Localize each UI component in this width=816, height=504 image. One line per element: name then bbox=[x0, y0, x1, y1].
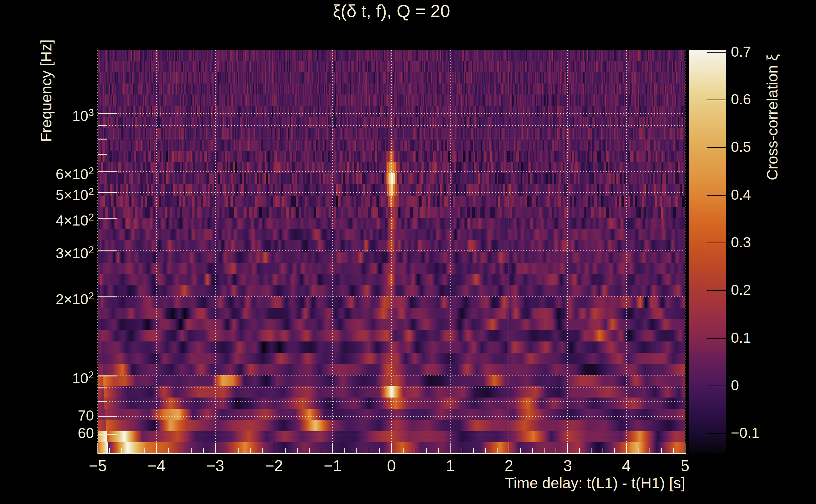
colorbar-tick-label: 0.4 bbox=[731, 187, 751, 202]
colorbar-tick-label: 0.2 bbox=[731, 283, 751, 297]
y-tick-label: 6×102 bbox=[18, 163, 94, 181]
colorbar-tickmark bbox=[707, 338, 726, 339]
x-tickmark-minor bbox=[227, 448, 227, 454]
x-tickmark-minor bbox=[250, 448, 251, 454]
y-tick-label: 3×102 bbox=[18, 243, 94, 261]
y-tickmark bbox=[98, 416, 117, 417]
x-tickmark-major bbox=[450, 443, 451, 454]
x-tick-label: −5 bbox=[79, 458, 117, 474]
colorbar bbox=[689, 50, 726, 454]
x-tickmark-major bbox=[391, 443, 392, 454]
x-tickmark-major bbox=[332, 443, 333, 454]
x-tick-label: 0 bbox=[373, 458, 411, 474]
x-tickmark-major bbox=[97, 443, 98, 454]
y-tick-label: 4×102 bbox=[18, 210, 94, 228]
colorbar-tickmark bbox=[707, 147, 726, 148]
x-tickmark-minor bbox=[673, 448, 674, 454]
colorbar-tick-label: 0.6 bbox=[731, 92, 751, 106]
y-tick-exponent: 2 bbox=[88, 211, 94, 223]
y-tickmark bbox=[98, 171, 117, 172]
x-tickmark-minor bbox=[180, 448, 180, 454]
x-tickmark-major bbox=[567, 443, 568, 454]
y-tickmark bbox=[98, 192, 117, 193]
x-tickmark-minor bbox=[309, 448, 310, 454]
x-tickmark-minor bbox=[485, 448, 486, 454]
x-tickmark-minor bbox=[650, 448, 650, 454]
x-tickmark-major bbox=[685, 443, 686, 454]
y-tick-mantissa: 3×10 bbox=[56, 245, 89, 261]
x-tick-label: 3 bbox=[549, 458, 586, 474]
y-tick-mantissa: 60 bbox=[78, 425, 94, 441]
x-tickmark-minor bbox=[579, 448, 580, 454]
y-tick-label: 5×102 bbox=[18, 184, 94, 202]
colorbar-tick-label: −0.1 bbox=[731, 426, 760, 440]
y-tick-mantissa: 2×10 bbox=[56, 291, 89, 308]
x-tickmark-minor bbox=[368, 448, 368, 454]
y-tick-label: 2×102 bbox=[18, 289, 94, 306]
colorbar-tick-label: 0 bbox=[731, 378, 739, 392]
x-axis-line bbox=[98, 453, 686, 454]
x-tickmark-minor bbox=[415, 448, 415, 454]
x-tickmark-minor bbox=[591, 448, 591, 454]
x-tickmark-major bbox=[508, 443, 509, 454]
y-tick-mantissa: 70 bbox=[78, 407, 94, 424]
y-tickmark bbox=[98, 154, 107, 155]
x-tickmark-minor bbox=[638, 448, 639, 454]
y-tick-label: 102 bbox=[18, 368, 94, 386]
x-tickmark-minor bbox=[321, 448, 321, 454]
x-tickmark-minor bbox=[356, 448, 357, 454]
y-tickmark bbox=[98, 113, 117, 114]
x-tickmark-minor bbox=[661, 448, 662, 454]
x-tickmark-minor bbox=[285, 448, 286, 454]
x-gridline bbox=[274, 50, 274, 454]
y-tickmark bbox=[98, 296, 117, 297]
x-gridline bbox=[567, 50, 568, 454]
y-tickmark bbox=[98, 387, 107, 388]
chart-title: ξ(δ t, f), Q = 20 bbox=[98, 1, 685, 21]
y-tick-mantissa: 6×10 bbox=[56, 166, 89, 182]
x-gridline bbox=[332, 50, 333, 454]
x-tick-label: −1 bbox=[314, 458, 352, 474]
y-tick-exponent: 3 bbox=[88, 107, 94, 118]
x-tick-label: −4 bbox=[137, 458, 175, 474]
x-tickmark-minor bbox=[297, 448, 298, 454]
x-tickmark-major bbox=[156, 443, 157, 454]
colorbar-tick-label: 0.5 bbox=[731, 140, 751, 154]
y-tickmark bbox=[98, 375, 117, 376]
y-tick-exponent: 2 bbox=[88, 369, 94, 381]
y-tick-mantissa: 10 bbox=[72, 370, 88, 387]
y-tick-mantissa: 10 bbox=[72, 108, 88, 124]
x-tickmark-minor bbox=[403, 448, 404, 454]
colorbar-tickmark bbox=[707, 386, 726, 386]
colorbar-tickmark bbox=[707, 195, 726, 196]
colorbar-tickmark bbox=[707, 52, 726, 53]
y-tick-mantissa: 4×10 bbox=[56, 212, 89, 229]
y-tick-exponent: 2 bbox=[88, 244, 94, 255]
x-tickmark-minor bbox=[532, 448, 533, 454]
x-tickmark-major bbox=[626, 443, 627, 454]
x-tickmark-major bbox=[215, 443, 216, 454]
x-gridline bbox=[450, 50, 451, 454]
x-tickmark-minor bbox=[555, 448, 556, 454]
x-tickmark-minor bbox=[144, 448, 145, 454]
colorbar-tickmark bbox=[707, 100, 726, 100]
x-tickmark-minor bbox=[203, 448, 204, 454]
x-axis-title: Time delay: t(L1) - t(H1) [s] bbox=[505, 474, 685, 492]
x-tick-label: 2 bbox=[490, 458, 528, 474]
x-tick-label: 1 bbox=[431, 458, 469, 474]
colorbar-tick-label: 0.1 bbox=[731, 330, 751, 345]
y-tick-label: 103 bbox=[18, 105, 94, 123]
x-tickmark-minor bbox=[497, 448, 497, 454]
x-tickmark-minor bbox=[520, 448, 521, 454]
colorbar-tickmark bbox=[707, 290, 726, 291]
colorbar-tickmark bbox=[707, 433, 726, 434]
x-tick-label: 4 bbox=[607, 458, 646, 474]
colorbar-tickmark bbox=[707, 243, 726, 243]
x-tick-label: −2 bbox=[255, 458, 293, 474]
y-tickmark bbox=[98, 139, 107, 140]
x-gridline bbox=[685, 50, 686, 454]
x-gridline bbox=[508, 50, 509, 454]
x-tickmark-minor bbox=[462, 448, 462, 454]
x-tickmark-minor bbox=[344, 448, 345, 454]
x-tickmark-minor bbox=[191, 448, 192, 454]
